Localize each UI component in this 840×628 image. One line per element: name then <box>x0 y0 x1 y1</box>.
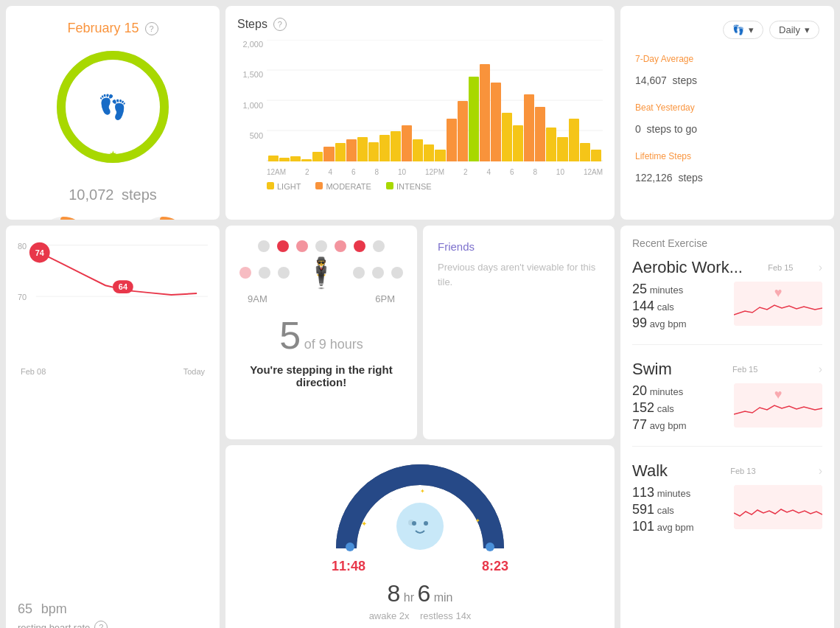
sleep-start-time: 11:48 <box>332 559 365 574</box>
hr-label: resting heart rate ? <box>18 621 208 628</box>
sleep-card: ✦ ✦ ✦ · 11:48 8:23 8 hr <box>225 445 615 628</box>
heart-rate-card: 80 70 74 64 Feb 08 Today 65 bpm <box>6 226 220 628</box>
lifetime-steps-block: Lifetime Steps 122,126 steps <box>635 151 819 186</box>
exercise-minutes: 20 minutes <box>632 383 734 399</box>
time-start: 9AM <box>248 293 267 304</box>
heart-help-icon[interactable]: ? <box>94 621 108 628</box>
activity-filter[interactable]: 👣 ▾ <box>723 21 763 39</box>
dot <box>239 267 251 279</box>
exercise-cals: 591 cals <box>632 502 734 517</box>
svg-text:70: 70 <box>18 293 27 301</box>
sleep-arc-wrap: ✦ ✦ ✦ · <box>332 460 508 556</box>
svg-rect-22 <box>734 485 822 529</box>
sleep-times: 11:48 8:23 <box>332 559 508 574</box>
lifetime-value: 122,126 steps <box>635 163 819 186</box>
exercise-bpm: 101 avg bpm <box>632 519 734 534</box>
distance-stat: 📍 4.32 miles <box>117 215 208 220</box>
dot <box>335 240 346 252</box>
dot <box>277 240 289 252</box>
date-header: February 15 ? <box>67 21 158 36</box>
hourly-of: of 9 hours <box>304 337 363 352</box>
svg-point-38 <box>424 521 428 526</box>
hr-date-end: Today <box>183 367 205 376</box>
dot <box>315 240 327 252</box>
exercise-heart-chart: ♥ <box>734 282 822 326</box>
svg-point-39 <box>346 542 354 551</box>
dot <box>278 267 290 279</box>
exercise-item[interactable]: Aerobic Work... Feb 15 › 25 minutes 144 … <box>632 258 822 345</box>
svg-text:74: 74 <box>35 249 44 258</box>
svg-text:·: · <box>391 497 392 501</box>
dot <box>354 240 365 252</box>
exercise-item[interactable]: Swim Feb 15 › 20 minutes 152 cals 77 avg… <box>632 360 822 447</box>
sleep-restless: restless 14x <box>420 610 471 621</box>
svg-point-35 <box>396 503 444 550</box>
activity-filter-icon: 👣 <box>732 24 744 35</box>
exercise-date: Feb 15 <box>732 365 757 374</box>
steps-icon: 👣 <box>98 93 127 121</box>
period-chevron-icon: ▾ <box>805 24 810 35</box>
chevron-right-icon: › <box>819 261 822 274</box>
sleep-awake: awake 2x <box>369 610 410 621</box>
chart-help-icon[interactable]: ? <box>273 18 287 31</box>
chevron-right-icon: › <box>819 464 822 478</box>
friends-card: Friends Previous days aren't viewable fo… <box>423 226 615 439</box>
time-end: 6PM <box>375 293 395 304</box>
hr-value: 65 bpm <box>18 585 208 621</box>
exercise-bpm: 99 avg bpm <box>632 315 734 331</box>
chevron-down-icon: ▾ <box>749 24 754 35</box>
dot <box>373 240 385 252</box>
sleep-hours: 8 <box>388 580 401 607</box>
dot <box>353 267 365 279</box>
hourly-card: 🕴 9AM 6PM 5 of 9 hours You're stepping i… <box>225 226 417 439</box>
exercise-item[interactable]: Walk Feb 13 › 113 minutes 591 cals 101 a… <box>632 461 822 548</box>
dot <box>259 267 270 279</box>
sleep-duration-block: 8 hr 6 min <box>388 580 453 607</box>
exercise-date: Feb 13 <box>730 467 755 475</box>
svg-text:✦: ✦ <box>361 520 367 528</box>
hourly-count-block: 5 of 9 hours <box>279 313 363 357</box>
chart-legend: LIGHT MODERATE INTENSE <box>267 182 603 191</box>
sleep-minutes-label: min <box>434 591 453 604</box>
chart-header: Steps ? <box>237 18 603 31</box>
hourly-dots-grid: 🕴 <box>239 240 403 287</box>
dot <box>296 240 308 252</box>
seven-day-value: 14,607 steps <box>635 66 819 89</box>
chart-title: Steps <box>237 18 267 31</box>
date-label: February 15 <box>67 21 139 36</box>
time-labels: 9AM 6PM <box>248 293 395 304</box>
svg-text:64: 64 <box>119 282 127 291</box>
distance-ring: 📍 <box>136 215 189 220</box>
svg-text:✦: ✦ <box>475 517 480 524</box>
beat-yesterday-block: Beat Yesterday 0 steps to go <box>635 102 819 138</box>
exercise-heart-chart <box>734 485 822 529</box>
sleep-details: awake 2x restless 14x <box>369 610 472 621</box>
chart-area: 2,000 1,500 1,000 500 <box>267 40 603 176</box>
svg-text:★: ★ <box>109 149 117 159</box>
sleep-hours-label: hr <box>404 591 414 604</box>
exercise-name: Swim <box>632 360 672 379</box>
stats-right-card: 👣 ▾ Daily ▾ 7-Day Average 14,607 steps B… <box>620 6 834 220</box>
steps-chart-card: Steps ? 2,000 1,500 1,000 500 <box>225 6 615 220</box>
svg-text:80: 80 <box>18 242 27 251</box>
chevron-right-icon: › <box>819 363 822 376</box>
hr-date-start: Feb 08 <box>21 367 46 376</box>
steps-card: February 15 ? ★ 👣 10,072 steps <box>6 6 220 220</box>
calories-ring: 🔥 <box>37 215 90 220</box>
sleep-minutes: 6 <box>417 580 430 607</box>
sleep-end-time: 8:23 <box>482 559 508 574</box>
date-help-icon[interactable]: ? <box>145 22 158 35</box>
mini-stats-grid: 🔥 2,175 cals 📍 4.32 miles <box>18 215 208 220</box>
lifetime-label: Lifetime Steps <box>635 151 819 161</box>
exercise-minutes: 113 minutes <box>632 485 734 500</box>
steps-ring: ★ 👣 <box>54 48 172 166</box>
exercise-cals: 144 cals <box>632 299 734 314</box>
seven-day-label: 7-Day Average <box>635 54 819 64</box>
bars-container <box>267 40 603 161</box>
seven-day-avg-block: 7-Day Average 14,607 steps <box>635 54 819 89</box>
dot <box>391 267 403 279</box>
period-filter[interactable]: Daily ▾ <box>769 21 819 39</box>
period-filter-label: Daily <box>779 24 800 35</box>
hr-chart-area: 80 70 74 64 Feb 08 Today <box>18 237 208 579</box>
dot <box>372 267 384 279</box>
